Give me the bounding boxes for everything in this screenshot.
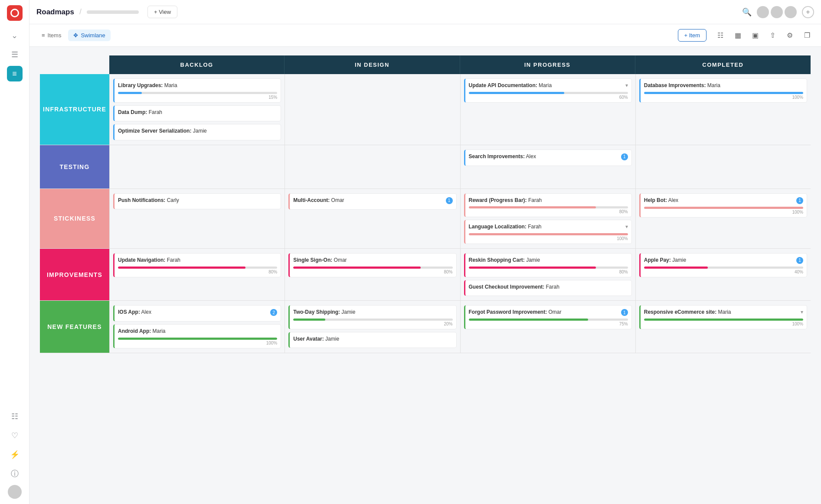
card[interactable]: Help Bot: Alex1100%: [639, 193, 807, 218]
progress-bar-fill: [469, 206, 596, 208]
fullscreen-icon[interactable]: ❐: [800, 29, 814, 42]
user-avatar[interactable]: [8, 485, 22, 499]
card[interactable]: Reward (Progress Bar): Farah80%: [464, 193, 632, 218]
card-dropdown-icon[interactable]: ▾: [625, 224, 628, 230]
swimlane-icon: ✥: [73, 32, 78, 39]
card-title: Push Notifications: Carly: [118, 197, 179, 204]
swimlane-label-infrastructure: INFRASTRUCTURE: [40, 74, 109, 145]
swimlane-cell-testing-in_progress: Search Improvements: Alex1: [460, 145, 635, 189]
card[interactable]: Search Improvements: Alex1: [464, 150, 632, 166]
progress-bar-fill: [118, 267, 245, 269]
sidebar-icon-contacts[interactable]: ☷: [7, 409, 23, 424]
swimlane-cell-infrastructure-completed: Database Improvements: Maria100%: [635, 74, 811, 145]
swimlane-board: BACKLOG IN DESIGN IN PROGRESS COMPLETED …: [29, 47, 821, 504]
sidebar-icon-bell[interactable]: ♡: [7, 428, 23, 443]
sidebar-icon-list[interactable]: ☰: [7, 47, 23, 62]
card-badge: 1: [621, 153, 628, 160]
progress-bar-fill: [293, 319, 325, 321]
card-title: Library Upgrades: Maria: [118, 82, 177, 89]
card-title: Database Improvements: Maria: [644, 82, 720, 89]
card[interactable]: Apple Pay: Jamie140%: [639, 253, 807, 277]
card-title: Update Navigation: Farah: [118, 257, 180, 264]
sidebar-icon-download[interactable]: ⌄: [7, 28, 23, 43]
progress-bar-bg: [469, 233, 628, 235]
filter-icon[interactable]: ☷: [713, 29, 727, 42]
card-dropdown-icon[interactable]: ▾: [625, 82, 628, 88]
progress-bar-bg: [293, 267, 452, 269]
swimlane-cell-stickiness-in_progress: Reward (Progress Bar): Farah80%Language …: [460, 189, 635, 248]
swimlane-cell-infrastructure-in_design: [285, 74, 460, 145]
card-badge: 2: [270, 309, 277, 316]
card[interactable]: Data Dump: Farah: [113, 105, 281, 122]
card-badge: 1: [621, 309, 628, 316]
card[interactable]: Android App: Maria100%: [113, 324, 281, 348]
search-icon[interactable]: 🔍: [742, 7, 752, 17]
card-title: Multi-Account: Omar: [293, 197, 344, 204]
sidebar-icon-help[interactable]: ⓘ: [7, 466, 23, 481]
card-title: Language Localization: Farah: [469, 224, 542, 231]
sidebar-icon-roadmap[interactable]: ≡: [7, 66, 23, 81]
card[interactable]: Responsive eCommerce site: Maria▾100%: [639, 305, 807, 329]
card-title: Help Bot: Alex: [644, 197, 678, 204]
export-icon[interactable]: ⇧: [765, 29, 779, 42]
sidebar-icon-lightning[interactable]: ⚡: [7, 447, 23, 462]
card-title: User Avatar: Jamie: [293, 336, 339, 343]
app-logo[interactable]: [7, 5, 23, 21]
breadcrumb-separator: /: [79, 7, 82, 16]
card[interactable]: Optimize Server Serialization: Jamie: [113, 124, 281, 140]
card[interactable]: IOS App: Alex2: [113, 305, 281, 322]
tab-swimlane[interactable]: ✥ Swimlane: [68, 29, 110, 41]
card[interactable]: Push Notifications: Carly: [113, 193, 281, 210]
topbar: Roadmaps / + View 🔍 +: [29, 0, 821, 24]
card-title: Data Dump: Farah: [118, 109, 162, 116]
board-inner: BACKLOG IN DESIGN IN PROGRESS COMPLETED …: [40, 55, 811, 353]
card-title: Search Improvements: Alex: [469, 153, 536, 160]
card-badge: 1: [446, 197, 453, 204]
card[interactable]: Forgot Password Improvement: Omar175%: [464, 305, 632, 329]
avatar-3: [785, 6, 797, 18]
avatar-2: [771, 6, 783, 18]
tab-items[interactable]: ≡ Items: [36, 29, 66, 41]
card[interactable]: Guest Checkout Improvement: Farah: [464, 280, 632, 296]
group-icon[interactable]: ▦: [731, 29, 745, 42]
progress-bar-fill: [469, 267, 596, 269]
add-view-button[interactable]: + View: [147, 6, 177, 18]
card-title: Reskin Shopping Cart: Jamie: [469, 257, 540, 264]
card-badge: 1: [796, 197, 803, 204]
add-user-button[interactable]: +: [802, 6, 814, 18]
card[interactable]: Two-Day Shipping: Jamie20%: [288, 305, 456, 329]
progress-bar-bg: [644, 267, 803, 269]
progress-bar-bg: [644, 207, 803, 209]
settings-icon[interactable]: ⚙: [783, 29, 797, 42]
progress-label: 80%: [293, 270, 452, 274]
swimlane-row-stickiness: STICKINESSPush Notifications: CarlyMulti…: [40, 189, 811, 249]
card[interactable]: Database Improvements: Maria100%: [639, 78, 807, 103]
card[interactable]: Library Upgrades: Maria15%: [113, 78, 281, 103]
progress-bar-fill: [293, 267, 421, 269]
swimlane-cell-new_features-in_progress: Forgot Password Improvement: Omar175%: [460, 301, 635, 353]
card[interactable]: Update Navigation: Farah80%: [113, 253, 281, 277]
card-title: Update API Documentation: Maria: [469, 82, 552, 89]
card[interactable]: Multi-Account: Omar1: [288, 193, 456, 210]
card[interactable]: Language Localization: Farah▾100%: [464, 220, 632, 244]
card[interactable]: Update API Documentation: Maria▾60%: [464, 78, 632, 103]
col-header-backlog: BACKLOG: [109, 55, 285, 74]
swimlane-row-improvements: IMPROVEMENTSUpdate Navigation: Farah80%S…: [40, 249, 811, 301]
card[interactable]: User Avatar: Jamie: [288, 332, 456, 348]
progress-bar-bg: [469, 267, 628, 269]
card-dropdown-icon[interactable]: ▾: [801, 309, 803, 315]
add-item-button[interactable]: + Item: [678, 29, 707, 42]
page-title: Roadmaps: [36, 8, 74, 16]
card[interactable]: Reskin Shopping Cart: Jamie80%: [464, 253, 632, 277]
swimlane-cell-improvements-completed: Apple Pay: Jamie140%: [635, 249, 811, 300]
swimlane-cell-infrastructure-in_progress: Update API Documentation: Maria▾60%: [460, 74, 635, 145]
avatar-1: [757, 6, 769, 18]
progress-label: 100%: [644, 210, 803, 215]
main-content: Roadmaps / + View 🔍 + ≡ Items ✥ Swimlane…: [29, 0, 821, 504]
card-title: Reward (Progress Bar): Farah: [469, 197, 542, 204]
swimlane-cell-stickiness-backlog: Push Notifications: Carly: [109, 189, 285, 248]
card[interactable]: Single Sign-On: Omar80%: [288, 253, 456, 277]
column-icon[interactable]: ▣: [748, 29, 762, 42]
swimlane-row-new_features: NEW FEATURESIOS App: Alex2Android App: M…: [40, 301, 811, 353]
user-avatars: [757, 6, 797, 18]
